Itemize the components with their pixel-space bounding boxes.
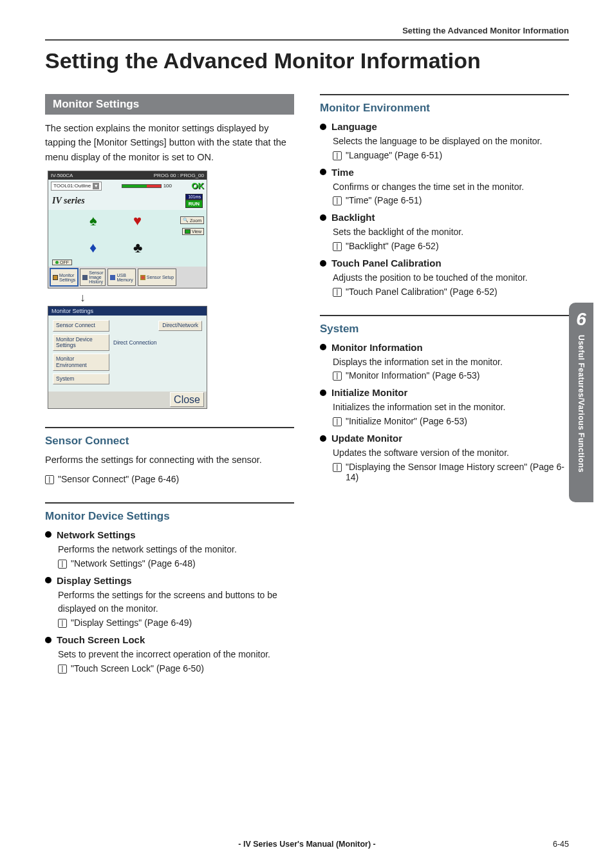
monitor-settings-bar: Monitor Settings	[45, 94, 294, 115]
footer-center: - IV Series User's Manual (Monitor) -	[238, 840, 375, 849]
book-icon	[333, 372, 342, 381]
magnifier-icon: 🔍	[183, 218, 189, 223]
arrow-down-icon: ↓	[80, 291, 207, 305]
page-number: 6-45	[553, 840, 569, 849]
item-touch-screen-lock: Touch Screen Lock Sets to prevent the in…	[45, 634, 294, 674]
tab-sensor-image-history[interactable]: Sensor Image History	[80, 269, 106, 286]
monitor-device-settings-button[interactable]: Monitor Device Settings	[53, 334, 109, 352]
chapter-label: Useful Features/Various Functions	[577, 335, 586, 473]
run-badge: RUN	[185, 200, 203, 208]
close-button[interactable]: Close	[170, 392, 204, 407]
ms-badge: 101ms	[185, 194, 203, 200]
heart-icon: ♥	[133, 212, 142, 229]
score-bar	[122, 184, 162, 188]
view-button[interactable]: View	[182, 228, 204, 235]
side-tab: 6 Useful Features/Various Functions	[569, 303, 593, 502]
direct-connection-label: Direct Connection	[113, 339, 157, 346]
tab-sensor-setup[interactable]: Sensor Setup	[138, 269, 176, 286]
book-icon	[333, 196, 342, 205]
sensor-connect-button[interactable]: Sensor Connect	[53, 320, 109, 331]
breadcrumb: Setting the Advanced Monitor Information	[45, 26, 569, 41]
bullet-icon	[45, 531, 51, 538]
book-icon	[333, 151, 342, 160]
bullet-icon	[320, 214, 326, 221]
item-network-settings: Network Settings Performs the network se…	[45, 529, 294, 569]
usb-icon	[110, 275, 115, 280]
off-button[interactable]: OFF	[52, 259, 72, 265]
chapter-number: 6	[576, 309, 586, 330]
monitor-device-settings-heading: Monitor Device Settings	[45, 510, 294, 523]
item-time: Time Confirms or changes the time set in…	[320, 167, 569, 206]
book-icon	[333, 417, 342, 426]
item-update-monitor: Update Monitor Updates the software vers…	[320, 433, 569, 482]
book-icon	[333, 463, 342, 472]
item-backlight: Backlight Sets the backlight of the moni…	[320, 212, 569, 251]
ok-badge: OK	[192, 181, 205, 191]
bullet-icon	[320, 344, 326, 350]
book-icon	[58, 665, 67, 674]
book-icon	[333, 288, 342, 297]
system-heading: System	[320, 323, 569, 335]
sensor-connect-heading: Sensor Connect	[45, 435, 294, 448]
book-icon	[58, 619, 67, 628]
brand-label: IV series	[52, 196, 85, 206]
view-icon	[185, 229, 191, 234]
page-title: Setting the Advanced Monitor Information	[45, 48, 569, 73]
device-model: IV-500CA	[51, 173, 73, 178]
monitor-settings-intro: The section explains the monitor setting…	[45, 121, 294, 164]
history-icon	[82, 275, 88, 280]
tool-dropdown[interactable]: TOOL01:Outline ▼	[51, 182, 102, 191]
chevron-down-icon: ▼	[93, 183, 99, 189]
status-dot-icon	[55, 261, 59, 264]
item-monitor-information: Monitor Information Displays the informa…	[320, 342, 569, 381]
zoom-button[interactable]: 🔍Zoom	[180, 216, 204, 224]
monitor-icon	[53, 275, 58, 280]
sensor-connect-text: Performs the settings for connecting wit…	[45, 453, 294, 467]
score-value: 100	[163, 183, 172, 189]
tab-monitor-settings[interactable]: Monitor Settings	[50, 269, 78, 286]
book-icon	[58, 560, 67, 569]
device-screenshot: IV-500CA PROG 00 : PROG_00 TOOL01:Outlin…	[48, 171, 207, 409]
bullet-icon	[45, 577, 51, 583]
item-initialize-monitor: Initialize Monitor Initializes the infor…	[320, 387, 569, 426]
system-button[interactable]: System	[53, 373, 109, 384]
diamond-icon: ♦	[89, 240, 97, 256]
book-icon	[45, 475, 54, 484]
sensor-connect-ref: "Sensor Connect" (Page 6-46)	[45, 474, 294, 484]
bullet-icon	[320, 260, 326, 267]
item-touch-panel-calibration: Touch Panel Calibration Adjusts the posi…	[320, 258, 569, 297]
bullet-icon	[320, 169, 326, 175]
tab-usb-memory[interactable]: USB Memory	[107, 269, 135, 286]
monitor-environment-heading: Monitor Environment	[320, 102, 569, 115]
tool-dropdown-label: TOOL01:Outline	[53, 183, 91, 189]
book-icon	[333, 242, 342, 251]
club-icon: ♣	[133, 240, 142, 256]
monitor-environment-button[interactable]: Monitor Environment	[53, 354, 109, 371]
spade-icon: ♠	[89, 212, 97, 229]
direct-network-button[interactable]: Direct/Network	[158, 321, 202, 330]
bullet-icon	[320, 390, 326, 396]
panel-title: Monitor Settings	[48, 307, 207, 316]
bullet-icon	[45, 637, 51, 643]
item-display-settings: Display Settings Performs the settings f…	[45, 575, 294, 628]
device-prog: PROG 00 : PROG_00	[154, 173, 204, 178]
bullet-icon	[320, 435, 326, 442]
item-language: Language Selects the language to be disp…	[320, 121, 569, 160]
gear-icon	[140, 275, 145, 280]
bullet-icon	[320, 124, 326, 130]
